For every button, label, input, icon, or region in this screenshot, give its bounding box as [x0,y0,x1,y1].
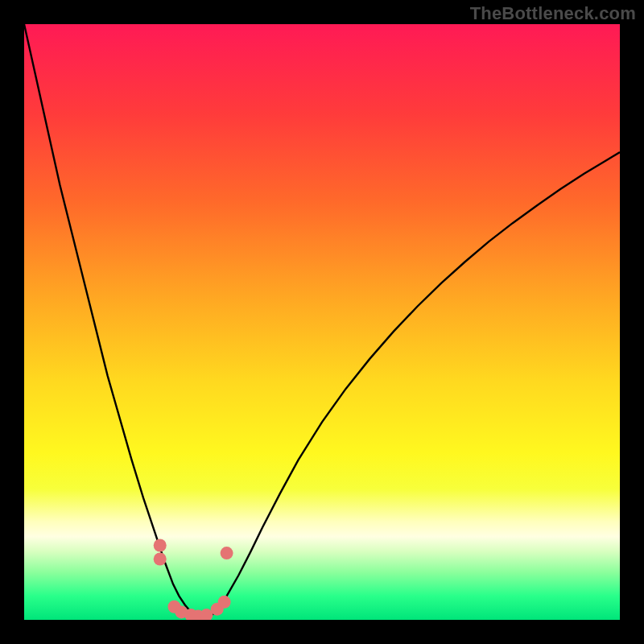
watermark-label: TheBottleneck.com [470,3,636,24]
chart-svg [24,24,620,620]
marker-dot [218,596,231,609]
gradient-background [24,24,620,620]
marker-dot [221,547,233,559]
plot-area [24,24,620,620]
marker-dot [154,539,167,552]
marker-dot [154,553,167,566]
outer-frame: TheBottleneck.com [0,0,644,644]
